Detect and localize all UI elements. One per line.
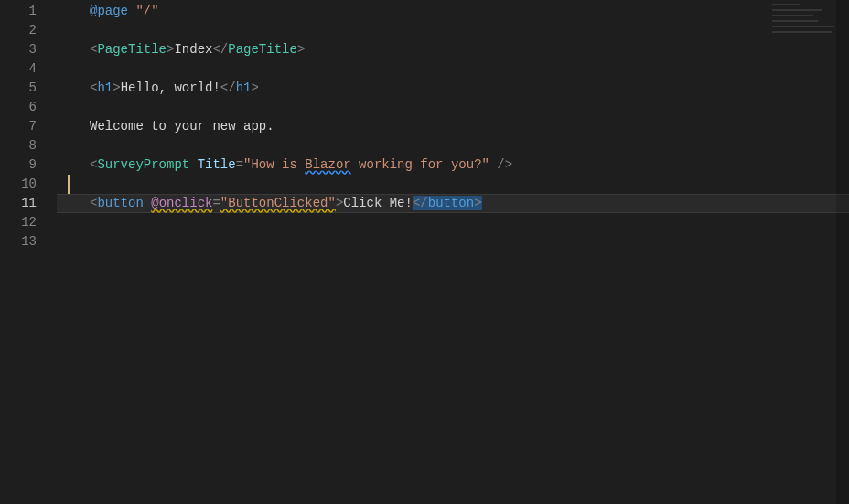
code-line-11-active[interactable]: <button @onclick="ButtonClicked">Click M…: [57, 194, 849, 213]
code-content[interactable]: @page "/" <PageTitle>Index</PageTitle> <…: [57, 0, 849, 504]
line-number-active: 11: [0, 194, 57, 213]
component-tag: PageTitle: [97, 42, 167, 57]
line-number: 10: [0, 175, 57, 194]
event-handler: "ButtonClicked": [220, 196, 336, 210]
code-line-1[interactable]: @page "/": [57, 2, 849, 21]
html-tag: h1: [97, 80, 113, 95]
line-number: 4: [0, 59, 57, 79]
line-number-gutter: 1 2 3 4 5 6 7 8 9 10 11 12 13: [0, 0, 57, 504]
code-line-5[interactable]: <h1>Hello, world!</h1>: [57, 79, 849, 98]
line-number: 7: [0, 117, 57, 136]
code-editor[interactable]: 1 2 3 4 5 6 7 8 9 10 11 12 13 @page "/" …: [0, 0, 849, 504]
code-line-7[interactable]: Welcome to your new app.: [57, 117, 849, 136]
attribute-name: Title: [198, 157, 236, 172]
code-line-12[interactable]: [57, 213, 849, 232]
code-line-4[interactable]: [57, 59, 849, 79]
code-line-2[interactable]: [57, 21, 849, 40]
text-content: Index: [174, 42, 212, 57]
string-literal: "/": [135, 4, 158, 18]
code-line-9[interactable]: <SurveyPrompt Title="How is Blazor worki…: [57, 155, 849, 175]
line-number: 12: [0, 213, 57, 232]
line-number: 8: [0, 136, 57, 155]
html-tag: button: [97, 196, 143, 210]
selection: </button>: [413, 196, 482, 210]
event-attr: @onclick: [151, 196, 212, 210]
attribute-value: "How is Blazor working for you?": [243, 157, 489, 172]
line-number: 1: [0, 2, 57, 21]
html-tag-close: h1: [236, 80, 252, 95]
text-content: Hello, world!: [121, 80, 220, 95]
line-number: 13: [0, 232, 57, 252]
info-squiggle: Blazor: [305, 157, 350, 172]
line-number: 3: [0, 40, 57, 59]
text-content: Welcome to your new app.: [90, 119, 274, 134]
code-line-13[interactable]: [57, 232, 849, 252]
component-tag: SurveyPrompt: [97, 157, 189, 172]
line-number: 5: [0, 79, 57, 98]
code-line-3[interactable]: <PageTitle>Index</PageTitle>: [57, 40, 849, 59]
code-line-8[interactable]: [57, 136, 849, 155]
minimap[interactable]: [772, 4, 836, 34]
button-text: Click Me!: [343, 196, 413, 210]
line-number: 2: [0, 21, 57, 40]
code-line-10[interactable]: [57, 175, 849, 194]
html-tag-close: button: [428, 196, 474, 210]
component-tag-close: PageTitle: [228, 42, 297, 57]
line-number: 9: [0, 155, 57, 175]
razor-directive: @page: [90, 4, 128, 18]
vertical-scrollbar[interactable]: [836, 0, 849, 504]
code-line-6[interactable]: [57, 98, 849, 117]
line-number: 6: [0, 98, 57, 117]
